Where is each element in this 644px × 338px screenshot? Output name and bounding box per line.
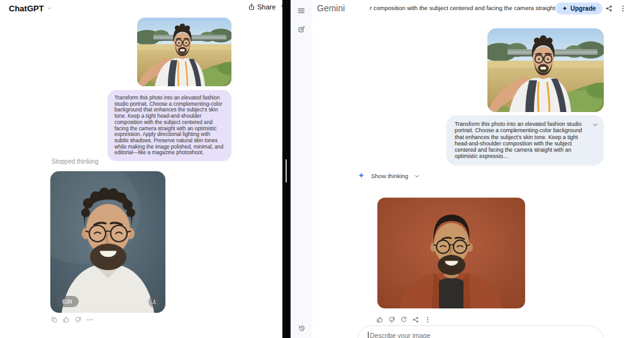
chatgpt-user-prompt-text: Transform this photo into an elevated fa…: [114, 95, 225, 156]
chevron-down-icon: [47, 6, 52, 11]
refresh-icon: [400, 316, 408, 324]
gemini-uploaded-image[interactable]: [487, 28, 604, 112]
chatgpt-title: ChatGPT: [9, 4, 44, 13]
spark-icon: [562, 6, 568, 12]
more-actions-button[interactable]: [423, 315, 432, 324]
kebab-icon: [619, 4, 627, 13]
show-thinking-toggle[interactable]: Show thinking: [357, 172, 420, 180]
share-button[interactable]: Share: [248, 3, 275, 11]
kebab-icon: [424, 316, 431, 324]
gemini-portrait-art: [377, 198, 525, 308]
compose-icon: [297, 25, 306, 33]
edit-image-button[interactable]: Edit: [56, 296, 79, 307]
avatar-photo: [630, 2, 642, 14]
thumbs-down-icon: [74, 316, 82, 324]
divider-drag-handle[interactable]: [286, 159, 287, 183]
message-input[interactable]: [369, 331, 589, 338]
thumbs-down-button[interactable]: [74, 316, 82, 324]
more-options-button[interactable]: [619, 4, 627, 14]
more-horizontal-icon: [86, 316, 94, 324]
share-icon: [412, 316, 419, 324]
chatgpt-model-switcher[interactable]: ChatGPT: [9, 4, 52, 13]
thumbs-up-icon: [376, 316, 384, 324]
gemini-user-message: Transform this photo into an elevated fa…: [447, 115, 604, 166]
download-image-button[interactable]: [148, 296, 160, 308]
conversation-title: r composition with the subject centered …: [370, 4, 557, 11]
upgrade-button[interactable]: Upgrade: [555, 3, 602, 14]
download-icon: [151, 298, 158, 305]
chatgpt-message-actions: [50, 316, 94, 324]
menu-icon: [297, 6, 306, 15]
gemini-window: Gemini r composition with the subject ce…: [312, 0, 644, 338]
gemini-generated-image[interactable]: [377, 198, 525, 308]
more-actions-button[interactable]: [86, 316, 94, 324]
chatgpt-portrait-art: [50, 171, 165, 313]
sparkle-icon: [357, 172, 365, 180]
message-input-container: [357, 325, 604, 338]
window-divider[interactable]: [282, 0, 291, 338]
chevron-down-icon: [414, 173, 420, 179]
expand-message-button[interactable]: [592, 121, 599, 128]
gemini-brand: Gemini: [317, 3, 345, 13]
history-icon: [297, 324, 306, 332]
history-button[interactable]: [296, 322, 307, 334]
upload-share-icon: [248, 3, 255, 11]
gemini-message-actions: [375, 315, 432, 324]
chatgpt-uploaded-image[interactable]: [137, 18, 231, 86]
gemini-user-prompt-text: Transform this photo into an elevated fa…: [455, 121, 586, 160]
show-thinking-label: Show thinking: [371, 172, 408, 179]
thumbs-down-button[interactable]: [387, 315, 396, 324]
chatgpt-user-message: Transform this photo into an elevated fa…: [108, 90, 231, 161]
share-conversation-button[interactable]: [605, 4, 613, 14]
chatgpt-generated-image[interactable]: Edit: [50, 171, 165, 313]
selfie-photo: [137, 18, 231, 86]
thumbs-up-icon: [62, 316, 70, 324]
copy-icon: [50, 316, 58, 324]
chevron-down-icon: [592, 121, 599, 128]
upgrade-label: Upgrade: [570, 5, 596, 12]
gemini-sidebar: [291, 0, 312, 338]
menu-button[interactable]: [296, 5, 307, 16]
share-label: Share: [257, 3, 275, 11]
regenerate-button[interactable]: [399, 315, 408, 324]
chatgpt-status-text: Stopped thinking: [52, 158, 99, 165]
share-icon: [605, 4, 613, 13]
new-chat-button[interactable]: [296, 23, 307, 35]
copy-button[interactable]: [50, 316, 58, 324]
chatgpt-window: ChatGPT Share Transform this photo into …: [0, 0, 282, 338]
share-response-button[interactable]: [411, 315, 420, 324]
thumbs-up-button[interactable]: [62, 316, 70, 324]
account-avatar[interactable]: [630, 2, 642, 14]
selfie-photo: [487, 28, 604, 112]
thumbs-up-button[interactable]: [375, 315, 384, 324]
screen: ChatGPT Share Transform this photo into …: [0, 0, 644, 338]
thumbs-down-icon: [388, 316, 396, 324]
